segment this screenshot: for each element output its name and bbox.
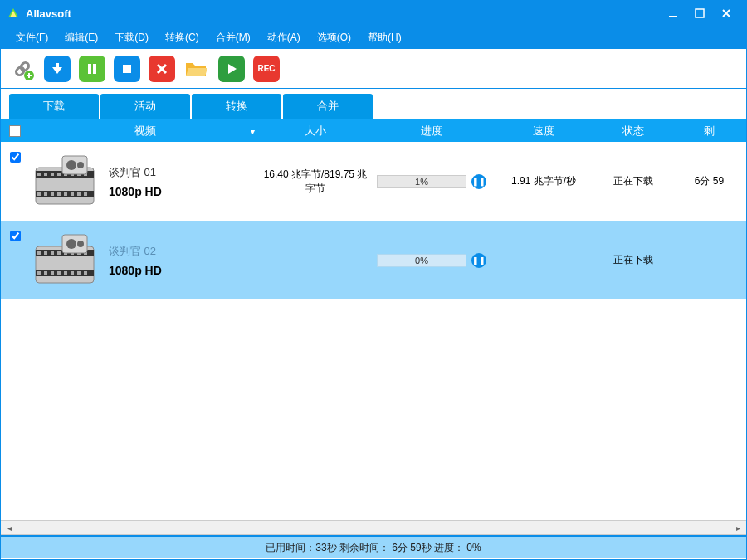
row-speed: 1.91 兆字节/秒 (494, 174, 593, 188)
svg-rect-57 (77, 271, 81, 275)
pause-button[interactable] (79, 56, 105, 82)
svg-rect-43 (37, 251, 41, 255)
svg-rect-23 (51, 173, 54, 176)
svg-rect-58 (84, 271, 87, 275)
svg-point-61 (77, 241, 84, 247)
app-logo-icon (7, 7, 19, 19)
maximize-button[interactable] (686, 1, 713, 26)
header-checkbox-cell[interactable] (1, 125, 29, 137)
titlebar: Allavsoft (1, 1, 746, 26)
svg-marker-17 (228, 64, 237, 74)
row-name: 谈判官 01 (109, 165, 261, 180)
row-info: 谈判官 01 1080p HD (109, 165, 261, 198)
menubar: 文件(F) 编辑(E) 下载(D) 转换(C) 合并(M) 动作(A) 选项(O… (1, 26, 746, 49)
row-quality: 1080p HD (109, 185, 261, 198)
svg-rect-3 (696, 9, 704, 17)
progress-bar: 1% (377, 175, 466, 188)
statusbar: 已用时间：33秒 剩余时间： 6分 59秒 进度： 0% (1, 535, 746, 558)
menu-action[interactable]: 动作(A) (259, 27, 309, 48)
menu-help[interactable]: 帮助(H) (359, 27, 410, 48)
svg-rect-22 (44, 173, 47, 176)
row-pause-icon[interactable]: ❚❚ (471, 174, 486, 189)
header-size[interactable]: 大小 (261, 124, 369, 139)
play-button[interactable] (218, 56, 245, 82)
sort-arrow-icon: ▾ (251, 126, 255, 135)
download-button[interactable] (44, 56, 71, 82)
svg-rect-2 (669, 16, 677, 17)
svg-rect-36 (84, 192, 87, 196)
row-status: 正在下载 (593, 253, 672, 267)
menu-edit[interactable]: 编辑(E) (56, 27, 106, 48)
svg-rect-35 (77, 192, 81, 196)
tab-convert[interactable]: 转换 (192, 94, 281, 119)
menu-file[interactable]: 文件(F) (7, 27, 56, 48)
row-quality: 1080p HD (109, 264, 261, 277)
svg-rect-10 (28, 73, 30, 78)
svg-point-60 (66, 239, 76, 249)
close-button[interactable] (713, 1, 740, 26)
progress-text: 0% (378, 255, 466, 266)
svg-rect-51 (37, 271, 41, 275)
tab-activity[interactable]: 活动 (100, 94, 190, 119)
svg-rect-13 (93, 64, 96, 74)
svg-rect-55 (64, 271, 67, 275)
horizontal-scrollbar[interactable]: ◂ ▸ (1, 520, 746, 535)
svg-rect-29 (37, 192, 41, 196)
header-status[interactable]: 状态 (593, 124, 672, 139)
row-checkbox[interactable] (10, 152, 21, 163)
video-thumbnail-icon (29, 153, 100, 211)
menu-convert[interactable]: 转换(C) (157, 27, 208, 48)
scroll-left-arrow[interactable]: ◂ (2, 522, 16, 533)
progress-bar: 0% (377, 254, 466, 267)
svg-rect-54 (57, 271, 61, 275)
header-progress[interactable]: 进度 (369, 124, 494, 139)
row-remaining: 6分 59 (672, 174, 746, 188)
stop-button[interactable] (114, 56, 140, 82)
video-thumbnail-icon (29, 231, 100, 290)
header-video[interactable]: 视频▾ (29, 124, 261, 139)
download-list: 谈判官 01 1080p HD 16.40 兆字节/819.75 兆字节 1% … (1, 142, 746, 520)
rec-label: REC (257, 64, 275, 73)
menu-download[interactable]: 下载(D) (106, 27, 157, 48)
scroll-right-arrow[interactable]: ▸ (731, 522, 745, 533)
statusbar-text: 已用时间：33秒 剩余时间： 6分 59秒 进度： 0% (266, 541, 481, 555)
delete-button[interactable] (149, 56, 175, 82)
tab-merge[interactable]: 合并 (283, 94, 373, 119)
progress-text: 1% (378, 176, 466, 187)
header-speed[interactable]: 速度 (494, 124, 593, 139)
header-remaining[interactable]: 剩 (672, 124, 746, 139)
svg-rect-53 (51, 271, 54, 275)
open-folder-button[interactable] (183, 56, 210, 82)
svg-point-38 (66, 160, 76, 170)
svg-marker-11 (52, 63, 62, 74)
svg-rect-7 (19, 61, 30, 71)
toolbar: REC (1, 49, 746, 89)
svg-rect-34 (71, 192, 74, 196)
paste-url-button[interactable] (9, 56, 36, 82)
app-title: Allavsoft (26, 7, 660, 20)
menu-options[interactable]: 选项(O) (309, 27, 359, 48)
menu-merge[interactable]: 合并(M) (208, 27, 259, 48)
svg-rect-45 (51, 251, 54, 255)
row-checkbox-cell (1, 142, 29, 221)
svg-rect-52 (44, 271, 47, 275)
row-checkbox-cell (1, 221, 29, 299)
svg-rect-21 (37, 173, 41, 176)
table-header: 视频▾ 大小 进度 速度 状态 剩 (1, 119, 746, 142)
minimize-button[interactable] (660, 1, 686, 26)
svg-point-39 (77, 162, 84, 168)
table-row[interactable]: 谈判官 02 1080p HD 0% ❚❚ 正在下载 (1, 221, 746, 299)
row-pause-icon[interactable]: ❚❚ (471, 253, 486, 268)
select-all-checkbox[interactable] (9, 125, 21, 137)
svg-rect-33 (64, 192, 67, 196)
row-name: 谈判官 02 (109, 244, 261, 259)
row-progress-cell: 1% ❚❚ (369, 174, 494, 189)
svg-rect-14 (123, 65, 131, 73)
table-row[interactable]: 谈判官 01 1080p HD 16.40 兆字节/819.75 兆字节 1% … (1, 142, 746, 221)
svg-rect-56 (71, 271, 74, 275)
record-button[interactable]: REC (253, 56, 280, 82)
row-progress-cell: 0% ❚❚ (369, 253, 494, 268)
row-checkbox[interactable] (10, 231, 21, 241)
row-size: 16.40 兆字节/819.75 兆字节 (261, 168, 369, 196)
tab-download[interactable]: 下载 (9, 94, 99, 119)
